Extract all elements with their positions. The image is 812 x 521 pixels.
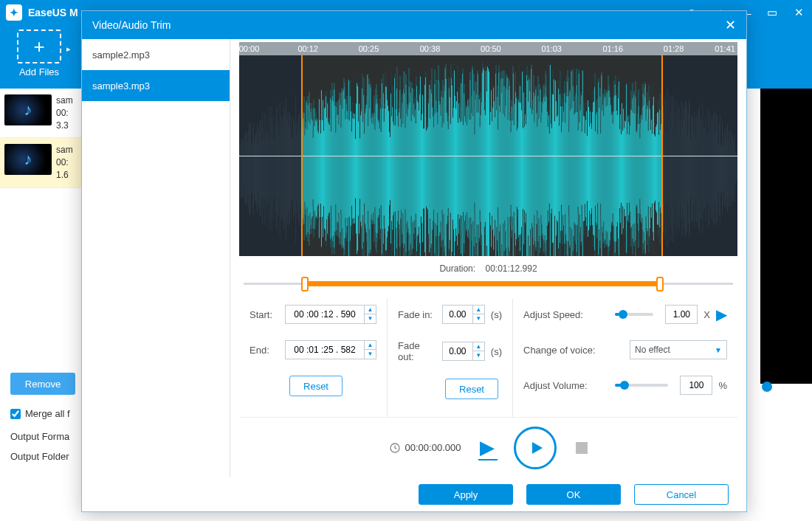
apply-button[interactable]: Apply — [419, 484, 513, 505]
tick-label: 00:12 — [297, 44, 318, 53]
seconds-unit: (s) — [491, 309, 502, 320]
spin-up-icon[interactable]: ▲ — [473, 306, 484, 314]
file-time: 00: — [56, 107, 73, 120]
dialog-file-item[interactable]: sample3.mp3 — [82, 70, 230, 101]
fadeout-stepper[interactable]: ▲▼ — [442, 342, 485, 361]
tick-label: 01:03 — [541, 44, 562, 53]
remove-button[interactable]: Remove — [10, 373, 75, 395]
preview-panel — [760, 89, 812, 384]
speed-label: Adjust Speed: — [523, 309, 603, 320]
file-size: 1.6 — [56, 169, 73, 182]
file-tile[interactable]: ♪ sam 00: 3.3 — [0, 89, 85, 138]
start-label: Start: — [250, 309, 279, 320]
voice-select[interactable]: No effect ▼ — [630, 340, 727, 359]
trim-start-handle[interactable] — [301, 277, 309, 291]
dialog-footer: Apply OK Cancel — [82, 477, 746, 511]
add-files-button[interactable]: + Add Files — [9, 30, 69, 77]
volume-label: Adjust Volume: — [523, 380, 603, 391]
add-files-label: Add Files — [9, 66, 69, 77]
merge-label: Merge all f — [25, 408, 70, 419]
fadein-label: Fade in: — [398, 309, 436, 320]
spin-down-icon[interactable]: ▼ — [473, 314, 484, 323]
timeline-ruler[interactable]: 00:00 00:12 00:25 00:38 00:50 01:03 01:1… — [239, 42, 737, 55]
cancel-button[interactable]: Cancel — [634, 484, 729, 505]
trim-dialog: Video/Audio Trim ✕ sample2.mp3 sample3.m… — [81, 10, 747, 512]
spin-up-icon[interactable]: ▲ — [365, 306, 376, 314]
speed-preview-icon[interactable]: ▶ — [716, 306, 727, 323]
tick-label: 00:25 — [359, 44, 379, 53]
spin-up-icon[interactable]: ▲ — [473, 342, 484, 351]
file-name: sam — [56, 144, 73, 156]
dialog-title: Video/Audio Trim — [92, 19, 171, 31]
reset-fade-button[interactable]: Reset — [445, 379, 498, 399]
add-files-icon: + — [17, 30, 61, 63]
voice-label: Change of voice: — [523, 345, 603, 356]
waveform[interactable] — [239, 55, 737, 256]
spin-down-icon[interactable]: ▼ — [473, 351, 484, 360]
dialog-file-item[interactable]: sample2.mp3 — [82, 39, 230, 70]
window-close-icon[interactable]: ✕ — [785, 6, 812, 19]
voice-value: No effect — [635, 345, 670, 355]
file-name: sam — [56, 94, 73, 107]
audio-thumb-icon: ♪ — [4, 144, 52, 175]
tick-label: 01:28 — [664, 44, 684, 53]
end-time-stepper[interactable]: ▲▼ — [285, 340, 376, 359]
chevron-down-icon: ▼ — [715, 346, 722, 354]
tick-label: 01:16 — [602, 44, 623, 53]
tick-label: 00:50 — [481, 44, 501, 53]
dialog-file-list: sample2.mp3 sample3.mp3 — [82, 39, 230, 477]
trim-range-slider[interactable] — [244, 275, 733, 291]
file-size: 3.3 — [56, 120, 73, 132]
trim-end-handle[interactable] — [656, 277, 664, 291]
fadeout-input[interactable] — [443, 342, 472, 360]
app-title: EaseUS M — [28, 7, 78, 18]
volume-input[interactable] — [680, 376, 712, 395]
file-time: 00: — [56, 156, 73, 169]
audio-thumb-icon: ♪ — [4, 94, 52, 125]
speed-input[interactable] — [665, 305, 698, 324]
spin-up-icon[interactable]: ▲ — [365, 341, 376, 350]
stop-button[interactable] — [576, 442, 588, 454]
seconds-unit: (s) — [491, 346, 502, 357]
reset-time-button[interactable]: Reset — [289, 376, 343, 396]
play-icon — [528, 439, 546, 457]
dialog-titlebar: Video/Audio Trim ✕ — [82, 11, 746, 39]
fadeout-label: Fade out: — [398, 340, 436, 362]
play-button[interactable] — [514, 427, 557, 469]
end-label: End: — [250, 345, 279, 356]
play-export-icon[interactable]: ▶ — [480, 436, 495, 459]
speed-unit: X — [703, 309, 710, 320]
playback-time: 00:00:00.000 — [405, 442, 461, 453]
main-file-list: ♪ sam 00: 3.3 ♪ sam 00: 1.6 — [0, 89, 85, 188]
end-time-input[interactable] — [286, 341, 364, 359]
close-icon[interactable]: ✕ — [725, 17, 736, 33]
spin-down-icon[interactable]: ▼ — [365, 314, 376, 323]
tick-label: 00:00 — [239, 44, 260, 53]
window-maximize-icon[interactable]: ▭ — [759, 6, 785, 19]
volume-slider[interactable] — [615, 384, 668, 387]
playback-clock: 00:00:00.000 — [389, 442, 461, 454]
app-logo-icon: ✦ — [6, 4, 22, 21]
duration-label: Duration: — [439, 263, 475, 274]
file-tile[interactable]: ♪ sam 00: 1.6 — [0, 138, 85, 187]
start-time-input[interactable] — [286, 306, 364, 323]
merge-checkbox[interactable] — [10, 409, 21, 419]
tick-label: 00:38 — [420, 44, 441, 53]
spin-down-icon[interactable]: ▼ — [365, 350, 376, 359]
volume-unit: % — [718, 380, 727, 391]
speed-slider[interactable] — [615, 313, 653, 316]
clock-icon — [389, 442, 401, 454]
ok-button[interactable]: OK — [526, 484, 621, 505]
tick-label: 01:41 — [715, 44, 735, 53]
fadein-stepper[interactable]: ▲▼ — [442, 305, 485, 324]
start-time-stepper[interactable]: ▲▼ — [285, 305, 376, 324]
playback-controls: 00:00:00.000 ▶ — [239, 417, 737, 477]
duration-value: 00:01:12.992 — [485, 263, 537, 274]
fadein-input[interactable] — [443, 306, 472, 323]
waveform-selection[interactable] — [301, 55, 662, 256]
